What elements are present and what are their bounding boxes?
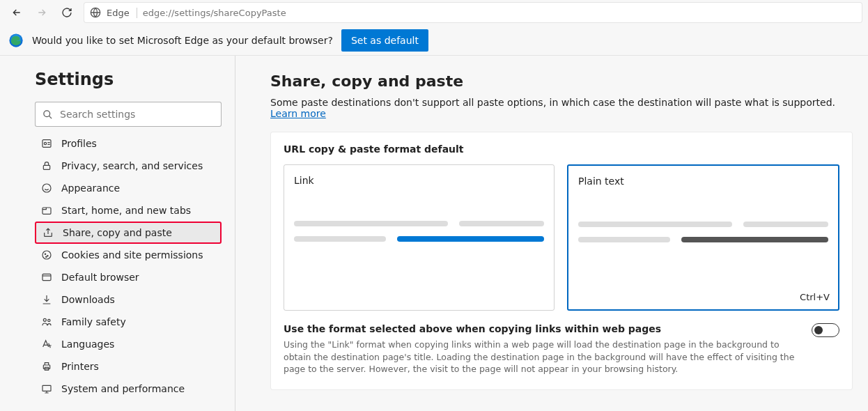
address-bar[interactable]: Edge edge://settings/shareCopyPaste <box>84 2 862 23</box>
svg-point-10 <box>47 256 48 256</box>
appearance-icon <box>40 182 53 194</box>
svg-rect-17 <box>42 385 51 391</box>
sidebar-item-label: Printers <box>61 361 99 372</box>
shortcut-label: Ctrl+V <box>800 292 830 302</box>
sidebar-item-start-home-and-new-tabs[interactable]: Start, home, and new tabs <box>35 199 222 222</box>
option-plaintext[interactable]: Plain text Ctrl+V <box>567 164 839 311</box>
format-toggle[interactable] <box>812 323 839 337</box>
card-title: URL copy & paste format default <box>284 144 839 155</box>
svg-point-2 <box>44 110 50 116</box>
settings-main: Share, copy and paste Some paste destina… <box>235 56 868 411</box>
sidebar-item-label: Languages <box>61 339 114 350</box>
tab-icon <box>40 204 53 217</box>
format-toggle-desc: Using the "Link" format when copying lin… <box>284 339 803 375</box>
sidebar-item-label: Cookies and site permissions <box>61 249 203 261</box>
default-browser-banner: Would you like to set Microsoft Edge as … <box>0 25 868 56</box>
sidebar-item-label: Appearance <box>61 183 120 194</box>
option-plaintext-label: Plain text <box>578 176 828 187</box>
format-card: URL copy & paste format default Link Pla… <box>270 132 853 390</box>
sidebar-item-languages[interactable]: Languages <box>35 333 222 355</box>
cookies-icon <box>40 249 53 261</box>
sidebar-item-label: Start, home, and new tabs <box>61 205 191 216</box>
sidebar-item-appearance[interactable]: Appearance <box>35 177 222 199</box>
svg-point-13 <box>43 318 46 321</box>
svg-rect-5 <box>43 165 49 169</box>
svg-point-4 <box>44 142 46 144</box>
svg-point-11 <box>46 256 47 257</box>
sidebar-item-printers[interactable]: Printers <box>35 355 222 378</box>
sidebar-item-label: Privacy, search, and services <box>61 160 203 171</box>
search-input[interactable] <box>60 109 214 120</box>
sidebar-item-profiles[interactable]: Profiles <box>35 132 222 155</box>
browser-icon <box>40 271 53 284</box>
svg-rect-7 <box>42 208 51 214</box>
refresh-button[interactable] <box>56 1 78 24</box>
url-site-label: Edge <box>107 8 137 18</box>
back-button[interactable] <box>6 1 28 24</box>
languages-icon <box>40 338 53 350</box>
settings-heading: Settings <box>35 70 235 89</box>
browser-toolbar: Edge edge://settings/shareCopyPaste <box>0 0 868 25</box>
sidebar-item-label: Default browser <box>61 272 139 283</box>
lock-icon <box>40 160 53 172</box>
sidebar-item-label: Profiles <box>61 138 97 149</box>
share-icon <box>42 226 54 239</box>
page-title: Share, copy and paste <box>270 72 861 90</box>
url-text: edge://settings/shareCopyPaste <box>143 8 286 18</box>
edge-logo-icon <box>8 33 24 48</box>
system-icon <box>40 382 53 395</box>
settings-nav: ProfilesPrivacy, search, and servicesApp… <box>35 132 222 400</box>
page-subtitle: Some paste destinations don't support al… <box>270 97 861 119</box>
settings-search[interactable] <box>35 102 222 127</box>
set-default-button[interactable]: Set as default <box>341 29 428 52</box>
forward-button[interactable] <box>31 1 53 24</box>
learn-more-link[interactable]: Learn more <box>270 108 326 119</box>
sidebar-item-downloads[interactable]: Downloads <box>35 288 222 311</box>
banner-text: Would you like to set Microsoft Edge as … <box>32 35 333 46</box>
sidebar-item-label: Downloads <box>61 294 115 305</box>
format-toggle-title: Use the format selected above when copyi… <box>284 323 803 334</box>
sidebar-item-family-safety[interactable]: Family safety <box>35 311 222 333</box>
sidebar-item-privacy-search-and-services[interactable]: Privacy, search, and services <box>35 155 222 177</box>
sidebar-item-system-and-performance[interactable]: System and performance <box>35 378 222 400</box>
svg-point-6 <box>42 184 51 192</box>
subtitle-text: Some paste destinations don't support al… <box>270 97 835 108</box>
svg-point-14 <box>48 319 50 321</box>
search-icon <box>42 109 53 120</box>
download-icon <box>40 293 53 306</box>
sidebar-item-cookies-and-site-permissions[interactable]: Cookies and site permissions <box>35 244 222 266</box>
sidebar-item-label: Share, copy and paste <box>63 227 172 238</box>
sidebar-item-default-browser[interactable]: Default browser <box>35 266 222 288</box>
svg-point-8 <box>42 251 51 259</box>
option-link[interactable]: Link <box>284 164 555 311</box>
option-link-label: Link <box>294 175 544 186</box>
settings-sidebar: Settings ProfilesPrivacy, search, and se… <box>0 56 235 411</box>
sidebar-item-label: Family safety <box>61 316 126 327</box>
svg-rect-12 <box>42 274 51 280</box>
sidebar-item-share-copy-and-paste[interactable]: Share, copy and paste <box>35 222 222 244</box>
svg-point-9 <box>45 254 45 254</box>
printer-icon <box>40 360 53 373</box>
sidebar-item-label: System and performance <box>61 383 185 394</box>
family-icon <box>40 316 53 328</box>
profile-icon <box>40 137 53 150</box>
